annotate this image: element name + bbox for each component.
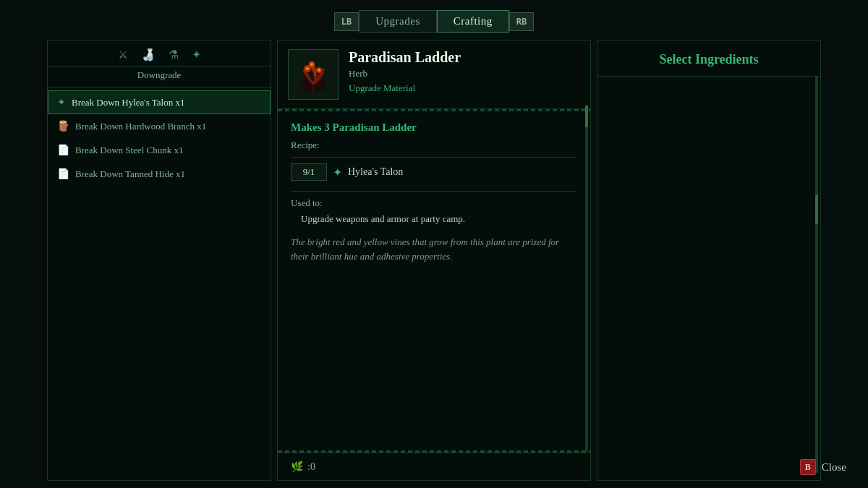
category-label: Downgrade: [48, 67, 271, 87]
lb-button[interactable]: LB: [334, 12, 359, 31]
icon-mortar[interactable]: 🍶: [141, 48, 156, 61]
select-ingredients-title: Select Ingredients: [608, 52, 810, 67]
icon-flask[interactable]: ⚗: [169, 48, 179, 61]
center-scrollbar-thumb: [585, 106, 588, 127]
svg-point-6: [318, 69, 320, 72]
top-nav: LB Upgrades Crafting RB: [0, 0, 868, 40]
makes-label: Makes 3 Paradisan Ladder: [291, 121, 577, 134]
right-panel-header: Select Ingredients: [597, 40, 820, 77]
ingredient-qty: 9/1: [291, 163, 327, 181]
ingredient-icon: ✦: [333, 166, 342, 179]
panel-icon-row: ⚔ 🍶 ⚗ ✦: [48, 40, 271, 67]
bottom-close-area: B Close: [800, 459, 846, 475]
flavor-text: The bright red and yellow vines that gro…: [291, 235, 577, 265]
recipe-label-0: Break Down Hylea's Talon x1: [72, 97, 184, 108]
recipe-label-2: Break Down Steel Chunk x1: [75, 145, 183, 156]
divider-recipe: [291, 157, 577, 158]
used-to-label: Used to:: [291, 197, 577, 209]
close-label[interactable]: Close: [822, 461, 846, 474]
right-scrollbar-thumb: [815, 195, 818, 224]
center-content: Makes 3 Paradisan Ladder Recipe: 9/1 ✦ H…: [278, 111, 590, 450]
item-name: Paradisan Ladder: [349, 49, 580, 66]
recipe-item-0[interactable]: ✦ Break Down Hylea's Talon x1: [48, 90, 271, 114]
recipe-item-1[interactable]: 🪵 Break Down Hardwood Branch x1: [48, 114, 271, 138]
right-scrollbar[interactable]: [815, 77, 818, 473]
right-panel: Select Ingredients: [597, 40, 821, 481]
center-panel: Paradisan Ladder Herb Upgrade Material M…: [277, 40, 591, 481]
ingredient-row: 9/1 ✦ Hylea's Talon: [291, 163, 577, 181]
left-panel: ⚔ 🍶 ⚗ ✦ Downgrade ✦ Break Down Hylea's T…: [47, 40, 271, 481]
svg-point-4: [306, 67, 309, 70]
recipe-list: ✦ Break Down Hylea's Talon x1 🪵 Break Do…: [48, 87, 271, 189]
ingredient-name: Hylea's Talon: [348, 166, 403, 178]
center-scrollbar[interactable]: [585, 106, 588, 451]
recipe-icon-2: 📄: [57, 144, 69, 156]
item-image: [288, 49, 339, 100]
tab-upgrades[interactable]: Upgrades: [359, 10, 436, 33]
recipe-label-1: Break Down Hardwood Branch x1: [75, 121, 206, 132]
center-footer: 🌿 :0: [278, 453, 590, 480]
recipe-item-2[interactable]: 📄 Break Down Steel Chunk x1: [48, 138, 271, 162]
main-layout: ⚔ 🍶 ⚗ ✦ Downgrade ✦ Break Down Hylea's T…: [0, 40, 868, 481]
tab-crafting[interactable]: Crafting: [437, 10, 509, 33]
rb-button[interactable]: RB: [509, 12, 534, 31]
svg-point-5: [311, 64, 313, 66]
b-button[interactable]: B: [800, 459, 816, 475]
icon-misc[interactable]: ✦: [192, 48, 201, 61]
item-type: Herb: [349, 68, 580, 80]
used-to-desc: Upgrade weapons and armor at party camp.: [291, 212, 577, 226]
item-info: Paradisan Ladder Herb Upgrade Material: [349, 49, 580, 94]
currency-icon: 🌿: [291, 461, 303, 473]
recipe-item-3[interactable]: 📄 Break Down Tanned Hide x1: [48, 162, 271, 186]
recipe-icon-3: 📄: [57, 168, 69, 180]
divider-used: [291, 191, 577, 192]
recipe-section-label: Recipe:: [291, 140, 577, 151]
item-subtype: Upgrade Material: [349, 82, 580, 94]
icon-sword[interactable]: ⚔: [118, 48, 128, 61]
recipe-icon-0: ✦: [57, 96, 66, 108]
recipe-icon-1: 🪵: [57, 120, 69, 132]
item-header: Paradisan Ladder Herb Upgrade Material: [278, 40, 590, 109]
currency-amount: :0: [307, 461, 315, 473]
recipe-label-3: Break Down Tanned Hide x1: [75, 168, 185, 180]
